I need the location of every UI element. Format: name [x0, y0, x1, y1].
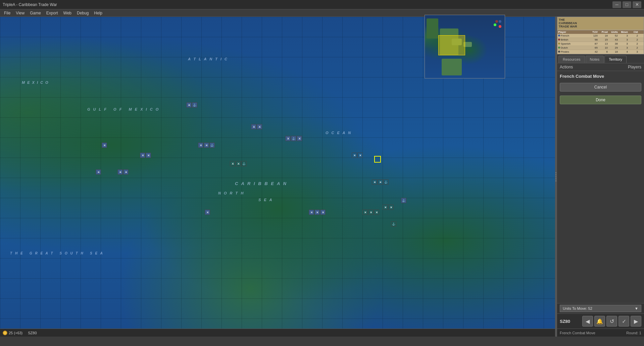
panel-divider[interactable] [555, 17, 557, 337]
units-south-2: ⚔ ⚔ ⚔ [309, 210, 326, 215]
menu-item-export[interactable]: Export [44, 10, 61, 16]
player-tuv: 87 [588, 42, 598, 45]
tab-territory[interactable]: Territory [604, 56, 627, 63]
units-bar: Units To Move: 52 ▼ [557, 303, 644, 313]
unit-token: ⚓ [291, 136, 296, 141]
actions-label[interactable]: Actions [560, 65, 573, 69]
minimap-overlay[interactable] [425, 15, 505, 78]
units-windward-1: ⚔ ⚔ ⚓ [372, 179, 389, 185]
maximize-button[interactable]: □ [623, 1, 631, 8]
player-tuv: 120 [588, 34, 598, 37]
player-name-pirates: Pirates [558, 50, 588, 53]
map-label-north: N O R T H [218, 191, 244, 195]
player-units: 52 [608, 34, 618, 37]
unit-token: ⚔ [285, 136, 291, 141]
units-dropdown[interactable]: Units To Move: 52 ▼ [560, 305, 641, 312]
player-prod: 15 [598, 38, 608, 41]
units-gulf-1: ⚔ ⚓ [186, 102, 197, 108]
player-move: 4 [618, 50, 629, 53]
player-tuv: 42 [588, 50, 598, 53]
player-cbt: 2 [629, 46, 639, 49]
player-extra [639, 50, 644, 53]
gold-amount: 25 (+63) [9, 331, 22, 335]
bell-button[interactable]: 🔔 [594, 316, 605, 327]
checkmark-button[interactable]: ✓ [618, 316, 629, 327]
minimize-button[interactable]: ─ [612, 1, 621, 8]
menu-item-game[interactable]: Game [27, 10, 44, 16]
player-prod: 13 [598, 42, 608, 45]
menu-item-help[interactable]: Help [91, 10, 105, 16]
map-label-mexico: M E X I C O [22, 80, 49, 84]
panel-content: French Combat Move Cancel Done [557, 71, 644, 303]
unit-token: ⚔ [357, 153, 363, 158]
refresh-button[interactable]: ↺ [606, 316, 617, 327]
main-layout: A T L A N T I C G U L F O F M E X I C O … [0, 17, 644, 337]
unit-token: ⚔ [198, 142, 203, 148]
location-status: SZ80 [28, 331, 37, 335]
player-cbt: 2 [629, 42, 639, 45]
player-name-french: French [558, 34, 588, 37]
units-dropdown-arrow: ▼ [635, 306, 638, 310]
bottom-controls: SZ80 ◀ 🔔 ↺ ✓ ▶ [557, 313, 644, 329]
minimap-british-dot [495, 20, 498, 23]
tab-resources[interactable]: Resources [558, 56, 585, 63]
unit-token: ⚔ [140, 153, 145, 158]
player-units: 18 [608, 50, 618, 53]
menu-item-web[interactable]: Web [61, 10, 74, 16]
map-label-caribbean: C A R I B B E A N [235, 181, 287, 186]
menu-item-file[interactable]: File [1, 10, 13, 16]
player-extra [639, 38, 644, 41]
player-name-british: British [558, 38, 588, 41]
stats-row-french: French 120 18 52 3 2 [557, 34, 644, 38]
minimap-south-america [442, 59, 462, 75]
header-cbt: Cbt [629, 31, 639, 34]
title-bar: TripleA - Caribbean Trade War ─ □ ✕ [0, 0, 644, 9]
header-prod: Prod [598, 31, 608, 34]
unit-token: ⚔ [186, 102, 192, 108]
done-button[interactable]: Done [560, 96, 641, 104]
prev-button[interactable]: ◀ [582, 316, 593, 327]
unit-token: ⚓ [241, 161, 247, 166]
tab-notes[interactable]: Notes [586, 56, 604, 63]
status-bar: 25 (+63) SZ80 [0, 329, 557, 337]
player-dot [558, 35, 560, 37]
player-extra [639, 34, 644, 37]
units-central-2: ⚔ ⚔ [140, 153, 151, 158]
menu-item-view[interactable]: View [13, 10, 27, 16]
minimap[interactable] [425, 15, 505, 78]
stats-row-dutch: Dutch 65 10 29 3 2 [557, 46, 644, 50]
player-extra [639, 42, 644, 45]
next-button[interactable]: ▶ [631, 316, 641, 327]
divider-dot [555, 174, 556, 175]
players-label[interactable]: Players [628, 65, 641, 69]
player-prod: 6 [598, 50, 608, 53]
player-dot [558, 43, 560, 45]
stats-row-spanish: Spanish 87 13 38 3 2 [557, 42, 644, 46]
game-logo-text: THECARIBBEANTRADE WAR [559, 18, 577, 28]
round-label: Round: 1 [626, 331, 641, 335]
unit-token: ⚔ [257, 124, 262, 129]
phase-info-label: French Combat Move [560, 331, 595, 335]
map-label-sea: S E A [258, 198, 273, 202]
phase-bar: French Combat Move Round: 1 [557, 329, 644, 337]
unit-token: ⚔ [146, 153, 151, 158]
divider-dot [555, 172, 556, 173]
action-row: Actions Players [557, 63, 644, 71]
menu-item-debug[interactable]: Debug [74, 10, 91, 16]
close-button[interactable]: ✕ [633, 1, 641, 8]
cancel-button[interactable]: Cancel [560, 83, 641, 92]
refresh-icon: ↺ [610, 318, 614, 325]
unit-token: ⚔ [388, 205, 394, 210]
gold-coin-icon [3, 331, 7, 335]
unit-token: ⚓ [391, 221, 396, 227]
minimap-french-dot [499, 20, 501, 23]
player-tuv: 65 [588, 46, 598, 49]
unit-token: ⚔ [374, 210, 379, 215]
units-british-2: ⚔ ⚔ [352, 153, 363, 158]
minimap-green-dot [494, 23, 496, 26]
location-label: SZ80 [28, 331, 37, 335]
unit-token: ⚔ [204, 142, 209, 148]
unit-token: ⚓ [383, 179, 389, 185]
divider-dot [555, 176, 556, 177]
player-move: 3 [618, 34, 629, 37]
